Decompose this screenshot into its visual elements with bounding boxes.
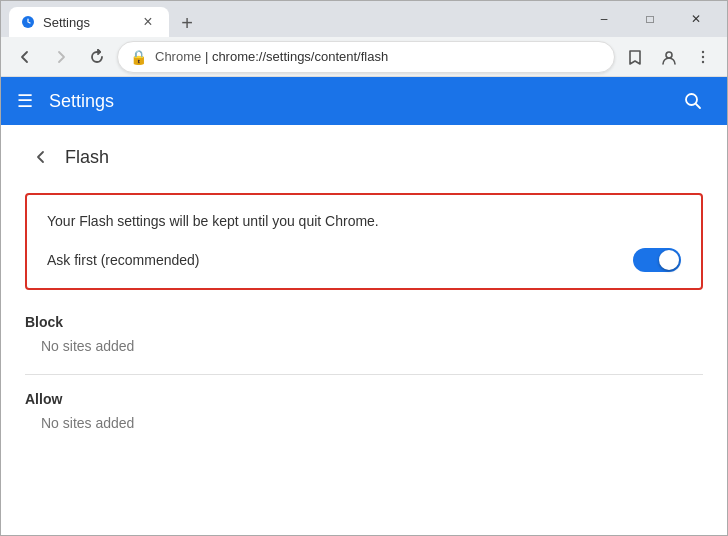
- ask-first-row: Ask first (recommended): [47, 248, 681, 272]
- maximize-button[interactable]: □: [627, 3, 673, 35]
- tab-strip: Settings × +: [9, 1, 581, 37]
- profile-button[interactable]: [653, 41, 685, 73]
- block-empty-message: No sites added: [25, 338, 703, 354]
- block-section: Block No sites added: [25, 314, 703, 354]
- allow-empty-message: No sites added: [25, 415, 703, 431]
- minimize-button[interactable]: –: [581, 3, 627, 35]
- address-bar: 🔒 Chrome | chrome://settings/content/fla…: [1, 37, 727, 77]
- tab-title: Settings: [43, 15, 131, 30]
- allow-section-title: Allow: [25, 391, 703, 407]
- title-bar: Settings × + – □ ✕: [1, 1, 727, 37]
- section-divider: [25, 374, 703, 375]
- settings-header-title: Settings: [49, 91, 675, 112]
- allow-section: Allow No sites added: [25, 391, 703, 431]
- close-window-button[interactable]: ✕: [673, 3, 719, 35]
- reload-button[interactable]: [81, 41, 113, 73]
- address-text: Chrome | chrome://settings/content/flash: [155, 49, 602, 64]
- page-title: Flash: [65, 147, 109, 168]
- site-name: Chrome: [155, 49, 201, 64]
- svg-point-2: [702, 50, 704, 52]
- address-path: chrome://settings/content/flash: [212, 49, 388, 64]
- tab-close-button[interactable]: ×: [139, 13, 157, 31]
- svg-point-5: [686, 94, 697, 105]
- settings-header: ☰ Settings: [1, 77, 727, 125]
- svg-point-1: [666, 52, 672, 58]
- back-button[interactable]: [25, 141, 57, 173]
- menu-dots-button[interactable]: [687, 41, 719, 73]
- tab-favicon: [21, 15, 35, 29]
- block-section-title: Block: [25, 314, 703, 330]
- window-controls: – □ ✕: [581, 3, 719, 35]
- bookmark-button[interactable]: [619, 41, 651, 73]
- flash-page: Flash Your Flash settings will be kept u…: [1, 125, 727, 467]
- browser-window: Settings × + – □ ✕: [0, 0, 728, 536]
- header-search-button[interactable]: [675, 83, 711, 119]
- toggle-knob: [659, 250, 679, 270]
- flash-notice-text: Your Flash settings will be kept until y…: [47, 211, 681, 232]
- address-actions: [619, 41, 719, 73]
- back-nav-button[interactable]: [9, 41, 41, 73]
- forward-nav-button[interactable]: [45, 41, 77, 73]
- svg-point-4: [702, 60, 704, 62]
- settings-tab[interactable]: Settings ×: [9, 7, 169, 37]
- address-input[interactable]: 🔒 Chrome | chrome://settings/content/fla…: [117, 41, 615, 73]
- ask-first-label: Ask first (recommended): [47, 252, 199, 268]
- security-icon: 🔒: [130, 49, 147, 65]
- hamburger-icon[interactable]: ☰: [17, 90, 33, 112]
- new-tab-button[interactable]: +: [173, 9, 201, 37]
- page-header: Flash: [25, 141, 703, 173]
- svg-point-3: [702, 55, 704, 57]
- flash-settings-box: Your Flash settings will be kept until y…: [25, 193, 703, 290]
- settings-content: Flash Your Flash settings will be kept u…: [1, 125, 727, 535]
- address-separator: |: [205, 49, 212, 64]
- ask-first-toggle[interactable]: [633, 248, 681, 272]
